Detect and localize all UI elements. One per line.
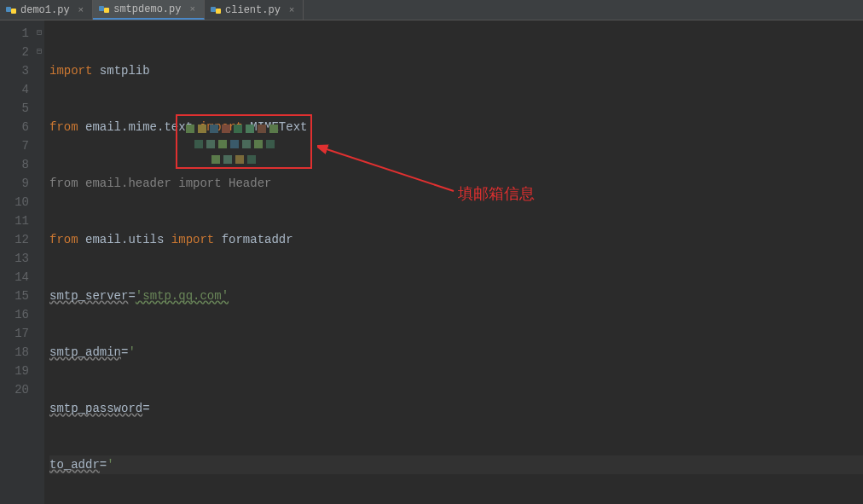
svg-rect-4 xyxy=(211,7,216,12)
line-number: 7 xyxy=(0,136,29,155)
line-number: 6 xyxy=(0,118,29,136)
line-number: 12 xyxy=(0,230,29,249)
tab-client[interactable]: client.py × xyxy=(205,0,304,20)
editor-tabs: demo1.py × smtpdemo.py × client.py × xyxy=(0,0,863,20)
code-line: from email.mime.text import MIMEText xyxy=(49,118,863,136)
svg-rect-3 xyxy=(104,8,109,13)
line-number: 3 xyxy=(0,61,29,80)
line-number: 5 xyxy=(0,99,29,118)
code-line: smtp_password= xyxy=(49,399,863,418)
tab-label: client.py xyxy=(225,4,281,16)
svg-rect-5 xyxy=(216,9,221,14)
svg-rect-0 xyxy=(6,7,11,12)
python-icon xyxy=(98,3,110,15)
line-number: 4 xyxy=(0,80,29,99)
code-area[interactable]: import smtplib from email.mime.text impo… xyxy=(44,20,863,504)
line-number: 8 xyxy=(0,155,29,174)
line-number: 1 xyxy=(0,24,29,43)
tab-label: demo1.py xyxy=(20,4,70,16)
line-number: 11 xyxy=(0,211,29,230)
python-icon xyxy=(5,4,17,16)
code-line: import smtplib xyxy=(49,61,863,80)
line-number: 19 xyxy=(0,362,29,380)
tab-demo1[interactable]: demo1.py × xyxy=(0,0,93,20)
line-number: 2 xyxy=(0,43,29,61)
tab-label: smtpdemo.py xyxy=(113,3,181,15)
tab-smtpdemo[interactable]: smtpdemo.py × xyxy=(93,0,205,20)
line-number: 18 xyxy=(0,343,29,362)
code-line: smtp_server='smtp.qq.com' xyxy=(49,287,863,305)
python-icon xyxy=(210,4,222,16)
code-line: from email.utils import formataddr xyxy=(49,230,863,249)
line-number: 13 xyxy=(0,249,29,268)
line-number-gutter: 1 2 3 4 5 6 7 8 9 10 11 12 13 14 15 16 1… xyxy=(0,20,34,504)
fold-icon[interactable]: ⊟ xyxy=(34,43,44,61)
line-number: 10 xyxy=(0,193,29,211)
close-icon[interactable]: × xyxy=(289,5,295,15)
line-number: 9 xyxy=(0,174,29,193)
editor-area: 1 2 3 4 5 6 7 8 9 10 11 12 13 14 15 16 1… xyxy=(0,20,863,504)
line-number: 16 xyxy=(0,305,29,324)
fold-icon[interactable]: ⊟ xyxy=(34,24,44,43)
line-number: 20 xyxy=(0,380,29,399)
close-icon[interactable]: × xyxy=(189,4,195,14)
close-icon[interactable]: × xyxy=(78,5,84,15)
fold-gutter: ⊟ ⊟ xyxy=(34,20,44,504)
redaction-pixels xyxy=(186,125,278,133)
code-line: from email.header import Header xyxy=(49,174,863,193)
code-line: smtp_admin=' xyxy=(49,343,863,362)
redaction-pixels xyxy=(211,155,256,164)
redaction-pixels xyxy=(194,140,275,148)
svg-rect-1 xyxy=(11,9,16,14)
line-number: 14 xyxy=(0,268,29,287)
svg-rect-2 xyxy=(99,6,104,11)
line-number: 15 xyxy=(0,287,29,305)
line-number: 17 xyxy=(0,324,29,343)
code-line: to_addr=' xyxy=(49,455,863,474)
